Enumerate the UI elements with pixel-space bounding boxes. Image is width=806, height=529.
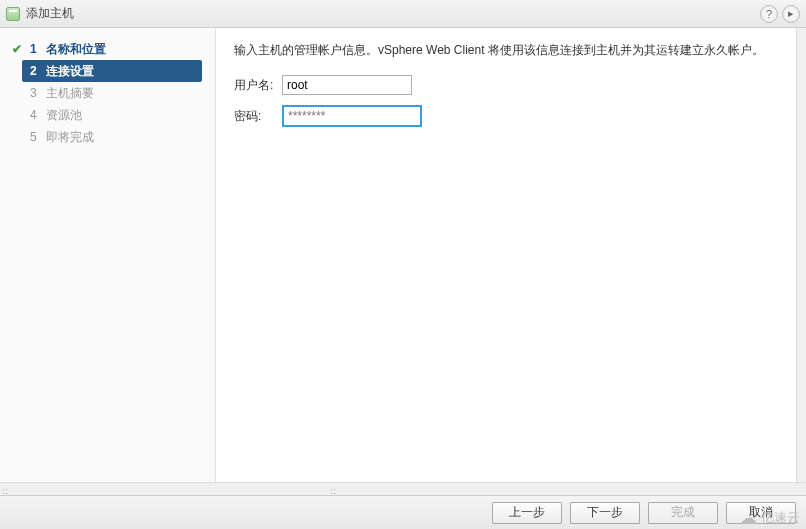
username-row: 用户名:: [234, 75, 788, 95]
finish-button: 完成: [648, 502, 718, 524]
instruction-text: 输入主机的管理帐户信息。vSphere Web Client 将使用该信息连接到…: [234, 42, 788, 59]
scroll-grip-icon: ::: [2, 486, 9, 496]
next-button[interactable]: 下一步: [570, 502, 640, 524]
expand-icon[interactable]: ▸: [782, 5, 800, 23]
username-input[interactable]: [282, 75, 412, 95]
titlebar: 添加主机 ? ▸: [0, 0, 806, 28]
cancel-button[interactable]: 取消: [726, 502, 796, 524]
step-host-summary[interactable]: 3 主机摘要: [0, 82, 215, 104]
main-panel: 输入主机的管理帐户信息。vSphere Web Client 将使用该信息连接到…: [216, 28, 806, 482]
dialog-title: 添加主机: [26, 5, 74, 22]
back-button[interactable]: 上一步: [492, 502, 562, 524]
password-input[interactable]: [282, 105, 422, 127]
add-host-dialog: 添加主机 ? ▸ ✔ 1 名称和位置 2 连接设置 3 主机摘要: [0, 0, 806, 529]
step-label: 连接设置: [46, 63, 94, 80]
password-row: 密码:: [234, 105, 788, 127]
checkmark-icon: ✔: [10, 42, 24, 56]
vertical-scrollbar[interactable]: [796, 28, 806, 482]
step-resource-pool[interactable]: 4 资源池: [0, 104, 215, 126]
scroll-grip-icon: ::: [330, 486, 337, 496]
username-label: 用户名:: [234, 77, 282, 94]
wizard-steps-sidebar: ✔ 1 名称和位置 2 连接设置 3 主机摘要 4 资源池 5 即将完成: [0, 28, 216, 482]
horizontal-scrollbar[interactable]: :: ::: [0, 482, 806, 495]
step-connection-settings[interactable]: 2 连接设置: [22, 60, 202, 82]
step-ready-complete[interactable]: 5 即将完成: [0, 126, 215, 148]
help-icon[interactable]: ?: [760, 5, 778, 23]
step-name-location[interactable]: ✔ 1 名称和位置: [0, 38, 215, 60]
host-icon: [6, 7, 20, 21]
step-label: 主机摘要: [46, 85, 94, 102]
footer-buttons: 上一步 下一步 完成 取消: [0, 495, 806, 529]
step-label: 资源池: [46, 107, 82, 124]
content-area: ✔ 1 名称和位置 2 连接设置 3 主机摘要 4 资源池 5 即将完成: [0, 28, 806, 482]
step-label: 即将完成: [46, 129, 94, 146]
password-label: 密码:: [234, 108, 282, 125]
step-label: 名称和位置: [46, 41, 106, 58]
